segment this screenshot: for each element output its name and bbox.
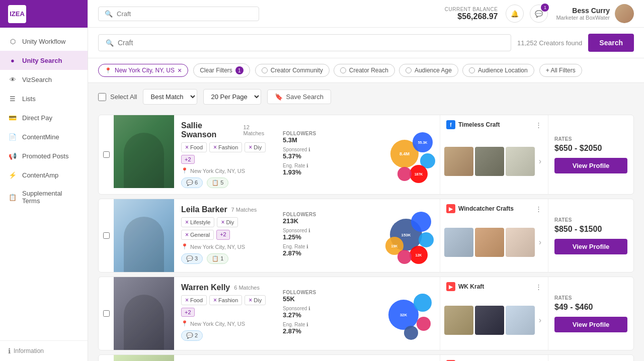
view-profile-button[interactable]: View Profile (554, 158, 627, 173)
campaign-more-button[interactable]: ⋮ (535, 283, 542, 291)
creator-photo[interactable] (114, 355, 174, 361)
creator-card: Sallie Swanson 12 Matches ×Food×Fashion×… (98, 115, 634, 195)
viz-search-icon: 👁 (8, 75, 17, 84)
topbar-search-wrap[interactable]: 🔍 (98, 7, 259, 21)
filter-btn-audience-age[interactable]: Audience Age (399, 64, 458, 77)
campaign-photos: › (440, 216, 548, 272)
avatar-image (615, 4, 634, 23)
campaign-thumb-3[interactable] (506, 147, 535, 176)
creator-tags: ×Food×Fashion×Diy+2 (181, 142, 272, 164)
photo-silhouette (124, 295, 164, 350)
notifications-bell-button[interactable]: 🔔 (506, 5, 524, 23)
all-filters-button[interactable]: + All Filters (539, 64, 582, 77)
view-profile-button[interactable]: View Profile (554, 239, 627, 254)
campaign-thumb-3[interactable] (506, 306, 535, 335)
filter-icon (262, 67, 268, 73)
creator-name[interactable]: Warren Kelly (181, 283, 230, 292)
creator-photo[interactable] (114, 115, 174, 188)
sidebar-item-unity-workflow[interactable]: ⬡Unity Workflow (0, 32, 88, 51)
filter-btn-creator-reach[interactable]: Creator Reach (334, 64, 395, 77)
messages-count[interactable]: 💬 6 (181, 177, 203, 188)
sidebar-item-unity-search[interactable]: ●Unity Search (0, 51, 88, 70)
topbar-search-input[interactable] (117, 10, 253, 18)
followers-stat: Followers 5.3M (283, 131, 363, 144)
tag-x[interactable]: × (213, 297, 217, 304)
messages-count[interactable]: 💬 2 (181, 330, 203, 341)
tag-x[interactable]: × (221, 219, 224, 226)
bookmark-icon: 🔖 (275, 93, 283, 101)
campaign-thumb-1[interactable] (444, 306, 473, 335)
sidebar-item-direct-pay[interactable]: 💳Direct Pay (0, 108, 88, 127)
tag-x[interactable]: × (249, 144, 252, 151)
creator-name-row: Sallie Swanson 12 Matches (181, 121, 272, 139)
lists-icon: ☰ (8, 94, 17, 103)
creator-name-row: Leila Barker 7 Matches (181, 205, 272, 214)
creator-photo[interactable] (114, 277, 174, 350)
campaign-thumb-2[interactable] (475, 306, 504, 335)
search-button[interactable]: Search (588, 34, 634, 52)
sidebar-item-content-mine[interactable]: 📄ContentMine (0, 127, 88, 146)
list-count[interactable]: 📋 5 (207, 177, 228, 188)
filter-remove-button[interactable]: × (178, 67, 182, 74)
sidebar-footer[interactable]: ℹ Information (0, 340, 88, 361)
tag-x[interactable]: × (185, 297, 189, 304)
main-search-wrap[interactable]: 🔍 (98, 34, 511, 51)
balance-amount: $56,268.97 (445, 12, 498, 21)
campaign-thumb-1[interactable] (444, 228, 473, 257)
main-search-input[interactable] (118, 39, 504, 47)
card-checkbox-wrap (99, 115, 114, 194)
sidebar-label-supplemental-terms: Supplemental Terms (22, 190, 79, 205)
campaign-thumb-2[interactable] (475, 147, 504, 176)
sidebar-item-supplemental-terms[interactable]: 📋Supplemental Terms (0, 185, 88, 210)
photo-silhouette (124, 133, 164, 188)
creator-tag: ×Diy (245, 142, 266, 152)
sidebar-item-viz-search[interactable]: 👁VizSearch (0, 70, 88, 89)
messages-button[interactable]: 💬 1 (530, 5, 548, 23)
card-select-checkbox[interactable] (103, 310, 110, 317)
clear-filters-count: 1 (235, 66, 244, 74)
filter-btn-audience-location[interactable]: Audience Location (462, 64, 534, 77)
tag-x[interactable]: × (213, 144, 217, 151)
campaign-next-arrow[interactable]: › (536, 157, 544, 166)
messages-count[interactable]: 💬 3 (181, 253, 203, 264)
campaign-next-arrow[interactable]: › (536, 238, 544, 247)
campaign-thumb-2[interactable] (475, 228, 504, 257)
campaign-thumb-1[interactable] (444, 147, 473, 176)
tag-x[interactable]: × (249, 297, 252, 304)
filter-icon (340, 67, 346, 73)
tag-x[interactable]: × (185, 144, 189, 151)
sidebar-item-promoted-posts[interactable]: 📢Promoted Posts (0, 146, 88, 165)
per-page-select[interactable]: 20 Per Page (203, 89, 261, 105)
svg-text:8.4M: 8.4M (399, 151, 409, 156)
creator-photo[interactable] (114, 199, 174, 272)
filter-icon (469, 67, 475, 73)
campaign-more-button[interactable]: ⋮ (535, 121, 542, 129)
save-search-button[interactable]: 🔖 Save Search (267, 89, 331, 104)
eng-rate-value: 2.87% (283, 249, 363, 257)
campaign-more-button[interactable]: ⋮ (535, 205, 542, 213)
active-location-filter[interactable]: 📍 New York City, NY, US × (98, 64, 188, 77)
promoted-posts-icon: 📢 (8, 151, 17, 160)
card-campaign: f Timeless Craft ⋮ › (440, 115, 548, 194)
followers-value: 5.3M (283, 136, 363, 144)
creator-name[interactable]: Sallie Swanson (181, 121, 239, 139)
tag-x[interactable]: × (185, 231, 189, 238)
list-count[interactable]: 📋 1 (207, 253, 228, 264)
sort-by-select[interactable]: Best Match (143, 89, 197, 105)
filter-btn-creator-community[interactable]: Creator Community (255, 64, 330, 77)
sidebar-item-lists[interactable]: ☰Lists (0, 89, 88, 108)
campaign-next-arrow[interactable]: › (536, 316, 544, 325)
creator-name[interactable]: Leila Barker (181, 205, 227, 214)
tag-x[interactable]: × (185, 219, 189, 226)
card-select-checkbox[interactable] (103, 232, 110, 239)
card-select-checkbox[interactable] (103, 151, 110, 158)
select-all-checkbox[interactable] (98, 93, 106, 101)
unity-search-icon: ● (8, 56, 17, 65)
campaign-thumb-3[interactable] (506, 228, 535, 257)
svg-text:12K: 12K (415, 253, 422, 257)
view-profile-button[interactable]: View Profile (554, 317, 627, 332)
sidebar-item-content-amp[interactable]: ⚡ContentAmp (0, 165, 88, 185)
user-avatar[interactable] (615, 4, 634, 23)
clear-filters-button[interactable]: Clear Filters 1 (193, 63, 250, 77)
svg-text:32K: 32K (399, 313, 407, 317)
